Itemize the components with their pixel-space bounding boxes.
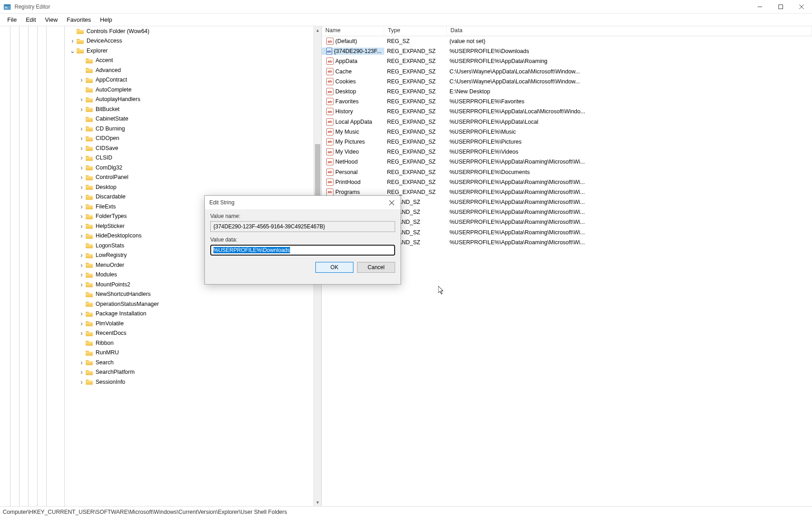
- minimize-button[interactable]: [749, 0, 770, 14]
- tree-item[interactable]: ›AutoplayHandlers: [0, 95, 314, 105]
- tree-item-label: FolderTypes: [96, 213, 127, 219]
- dialog-close-button[interactable]: [382, 196, 401, 209]
- scroll-down-icon[interactable]: ▼: [314, 498, 321, 506]
- list-row[interactable]: abLocal AppDataREG_EXPAND_SZ%USERPROFILE…: [322, 117, 812, 127]
- tree-expander-icon[interactable]: ›: [78, 135, 85, 142]
- tree-expander-icon[interactable]: ›: [78, 106, 85, 113]
- tree-item[interactable]: Accent: [0, 56, 314, 66]
- tree-expander-icon[interactable]: ›: [78, 76, 85, 83]
- list-row[interactable]: abMy MusicREG_EXPAND_SZ%USERPROFILE%\Mus…: [322, 127, 812, 137]
- folder-icon: [86, 126, 93, 131]
- tree-expander-icon[interactable]: ›: [78, 203, 85, 210]
- tree-item-label: ComDlg32: [96, 164, 122, 171]
- tree-item[interactable]: ›ComDlg32: [0, 163, 314, 173]
- dialog-titlebar[interactable]: Edit String: [205, 196, 401, 209]
- list-row[interactable]: abCacheREG_EXPAND_SZC:\Users\Wayne\AppDa…: [322, 67, 812, 77]
- tree-expander-icon[interactable]: ›: [78, 174, 85, 181]
- tree-item[interactable]: AutoComplete: [0, 85, 314, 95]
- header-type[interactable]: Type: [384, 26, 447, 36]
- tree-item[interactable]: Advanced: [0, 65, 314, 75]
- tree-expander-icon[interactable]: ›: [78, 368, 85, 376]
- tree-item[interactable]: Ribbon: [0, 338, 314, 348]
- tree-expander-icon[interactable]: ⌄: [69, 47, 76, 54]
- tree-expander-icon[interactable]: ›: [78, 222, 85, 230]
- tree-expander-icon[interactable]: ›: [78, 271, 85, 278]
- tree-item[interactable]: ›CIDOpen: [0, 134, 314, 144]
- menu-edit[interactable]: Edit: [21, 14, 40, 25]
- tree-item[interactable]: ›RecentDocs: [0, 329, 314, 338]
- tree-expander-icon[interactable]: ›: [78, 125, 85, 132]
- tree-expander-icon[interactable]: ›: [78, 164, 85, 171]
- maximize-button[interactable]: [770, 0, 791, 14]
- list-row[interactable]: abHistoryREG_EXPAND_SZ%USERPROFILE%\AppD…: [322, 106, 812, 116]
- tree-expander-icon[interactable]: ›: [78, 359, 85, 366]
- list-row[interactable]: abMy PicturesREG_EXPAND_SZ%USERPROFILE%\…: [322, 137, 812, 147]
- list-row[interactable]: abMy VideoREG_EXPAND_SZ%USERPROFILE%\Vid…: [322, 147, 812, 157]
- tree-item[interactable]: NewShortcutHandlers: [0, 290, 314, 300]
- tree-item[interactable]: ›CLSID: [0, 153, 314, 163]
- list-row[interactable]: abAppDataREG_EXPAND_SZ%USERPROFILE%\AppD…: [322, 56, 812, 66]
- list-row[interactable]: abPersonalREG_EXPAND_SZ%USERPROFILE%\Doc…: [322, 167, 812, 177]
- tree-expander-icon[interactable]: ›: [78, 154, 85, 161]
- string-value-icon: ab: [326, 128, 334, 135]
- menu-file[interactable]: File: [3, 14, 21, 25]
- list-row[interactable]: abNetHoodREG_EXPAND_SZ%USERPROFILE%\AppD…: [322, 157, 812, 167]
- tree-expander-icon[interactable]: ›: [78, 145, 85, 152]
- tree-item[interactable]: ⌄Explorer: [0, 46, 314, 56]
- tree-item[interactable]: ›ControlPanel: [0, 173, 314, 183]
- tree-item[interactable]: ›Desktop: [0, 182, 314, 192]
- tree-expander-icon[interactable]: ›: [78, 232, 85, 239]
- tree-expander-icon[interactable]: ›: [78, 329, 85, 337]
- menu-help[interactable]: Help: [96, 14, 117, 25]
- tree-expander-icon[interactable]: ›: [78, 310, 85, 317]
- cancel-button[interactable]: Cancel: [357, 262, 395, 273]
- tree-item[interactable]: ›Package Installation: [0, 309, 314, 319]
- tree-expander-icon[interactable]: ›: [78, 193, 85, 200]
- string-value-icon: ab: [326, 158, 334, 165]
- menu-view[interactable]: View: [40, 14, 62, 25]
- tree-item[interactable]: ›AppContract: [0, 75, 314, 85]
- tree-item[interactable]: ›SearchPlatform: [0, 367, 314, 377]
- header-data[interactable]: Data: [447, 26, 812, 36]
- tree-item[interactable]: ›CD Burning: [0, 124, 314, 134]
- tree-expander-icon[interactable]: ›: [78, 96, 85, 103]
- cell-data: C:\Users\Wayne\AppData\Local\Microsoft\W…: [447, 68, 812, 75]
- tree-item[interactable]: OperationStatusManager: [0, 299, 314, 309]
- tree-item[interactable]: ›CIDSave: [0, 143, 314, 153]
- list-row[interactable]: abFavoritesREG_EXPAND_SZ%USERPROFILE%\Fa…: [322, 97, 812, 106]
- list-row[interactable]: abPrintHoodREG_EXPAND_SZ%USERPROFILE%\Ap…: [322, 177, 812, 187]
- tree-expander-icon[interactable]: ›: [69, 37, 76, 44]
- tree-expander-icon[interactable]: ›: [78, 378, 85, 386]
- list-row[interactable]: abCookiesREG_EXPAND_SZC:\Users\Wayne\App…: [322, 77, 812, 87]
- value-name-label: Value name:: [210, 213, 395, 219]
- ok-button[interactable]: OK: [315, 262, 353, 273]
- tree-expander-icon[interactable]: ›: [78, 213, 85, 220]
- folder-icon: [86, 87, 93, 92]
- scroll-up-icon[interactable]: ▲: [314, 26, 321, 34]
- tree-expander-icon[interactable]: ›: [78, 184, 85, 191]
- tree-item[interactable]: Controls Folder (Wow64): [0, 26, 314, 36]
- header-name[interactable]: Name: [322, 26, 384, 36]
- scroll-thumb[interactable]: [315, 144, 320, 198]
- tree-expander-icon[interactable]: ›: [78, 251, 85, 259]
- list-row[interactable]: ab{374DE290-123F...REG_EXPAND_SZ%USERPRO…: [322, 46, 812, 56]
- tree-item[interactable]: ›SessionInfo: [0, 377, 314, 387]
- value-name-input[interactable]: [210, 221, 395, 232]
- menu-favorites[interactable]: Favorites: [62, 14, 95, 25]
- folder-icon: [86, 233, 93, 239]
- tree-expander-icon[interactable]: ›: [78, 320, 85, 327]
- list-row[interactable]: ab(Default)REG_SZ(value not set): [322, 36, 812, 46]
- tree-item[interactable]: ›Search: [0, 358, 314, 367]
- tree-item[interactable]: RunMRU: [0, 348, 314, 358]
- tree-item[interactable]: ›PlmVolatile: [0, 319, 314, 329]
- list-row[interactable]: abDesktopREG_EXPAND_SZE:\New Desktop: [322, 87, 812, 97]
- tree-item-label: NewShortcutHandlers: [96, 291, 151, 297]
- close-button[interactable]: [791, 0, 812, 14]
- tree-item[interactable]: ›DeviceAccess: [0, 36, 314, 46]
- value-data-input[interactable]: [210, 245, 395, 256]
- tree-item[interactable]: CabinetState: [0, 114, 314, 124]
- cell-data: E:\New Desktop: [447, 88, 812, 95]
- tree-item[interactable]: ›BitBucket: [0, 104, 314, 114]
- tree-expander-icon[interactable]: ›: [78, 281, 85, 288]
- tree-expander-icon[interactable]: ›: [78, 261, 85, 269]
